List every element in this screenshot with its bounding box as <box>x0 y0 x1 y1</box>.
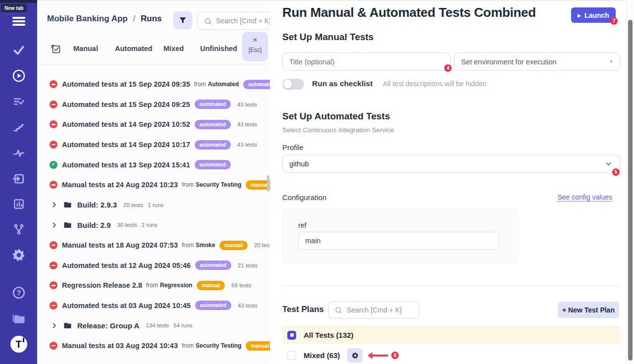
app-logo[interactable]: T <box>0 335 37 354</box>
run-title: Manual tests at 03 Aug 2024 10:43 <box>62 342 178 350</box>
settings-gear-icon[interactable] <box>0 248 37 262</box>
run-list-item[interactable]: Automated tests at 12 Aug 2024 05:46 fro… <box>37 255 270 275</box>
run-status-icon <box>50 181 57 189</box>
run-tests-count: 21 tests <box>238 262 258 268</box>
check-icon[interactable] <box>0 43 37 57</box>
annotation-arrow-left <box>369 355 388 357</box>
profile-select[interactable]: github <box>282 155 620 173</box>
run-list-item[interactable]: Automated tests at 15 Sep 2024 09:35 fro… <box>37 74 270 95</box>
breadcrumb-project[interactable]: Mobile Banking App <box>47 14 128 23</box>
chevron-down-icon <box>604 159 613 168</box>
run-tests-count: 43 tests <box>237 102 257 107</box>
manual-section-heading: Set Up Manual Tests <box>282 32 373 43</box>
folder-runs-count: 54 runs <box>173 322 192 328</box>
run-folder-item[interactable]: Release: Group A from 134 tests 54 runs <box>37 315 270 336</box>
run-title: Release: Group A <box>77 321 139 330</box>
projects-folder-icon[interactable] <box>0 311 37 326</box>
run-list-item[interactable]: Manual tests at 24 Aug 2024 10:23 from S… <box>37 175 270 195</box>
run-type-badge: manual <box>197 281 225 290</box>
folder-icon <box>63 321 72 330</box>
run-tests-count: 43 tests <box>237 121 257 127</box>
run-status-icon <box>50 141 57 149</box>
annotation-badge-5: 5 <box>612 168 620 176</box>
activity-icon[interactable] <box>0 146 37 160</box>
ref-input[interactable] <box>298 232 499 250</box>
filter-button[interactable] <box>173 11 192 29</box>
report-icon[interactable] <box>0 197 37 211</box>
close-esc-button[interactable]: × [Esc] <box>242 32 268 61</box>
run-list-item[interactable]: Automated tests at 14 Sep 2024 10:17 fro… <box>37 135 270 155</box>
test-plan-settings-button[interactable] <box>347 348 363 363</box>
test-plan-row-all-tests[interactable]: All Tests (132) <box>282 326 620 344</box>
run-type-badge: automated <box>195 140 231 150</box>
configuration-box: ref <box>282 208 519 263</box>
run-list-item[interactable]: Automated tests at 13 Sep 2024 15:41 fro… <box>37 155 270 175</box>
run-status-icon <box>50 302 57 310</box>
new-test-plan-button[interactable]: + New Test Plan <box>558 302 619 318</box>
page-scrollbar[interactable] <box>626 0 634 364</box>
page-scrollbar-thumb[interactable] <box>628 20 633 361</box>
checkbox-checked-icon[interactable] <box>287 331 296 340</box>
new-tab-tooltip: New tab <box>1 4 27 12</box>
checklist-toggle-hint: All test descriptions will be hidden <box>383 80 486 88</box>
chevron-right-icon[interactable] <box>51 202 57 208</box>
chevron-right-icon[interactable] <box>51 322 57 329</box>
svg-text:?: ? <box>16 289 21 297</box>
folder-icon <box>63 220 72 230</box>
run-from-label: from <box>182 181 194 188</box>
annotation-badge-4: 4 <box>444 64 452 72</box>
test-plan-row-mixed[interactable]: Mixed (63) 6 <box>282 346 620 364</box>
steps-icon[interactable] <box>0 120 37 135</box>
list-scrollbar-thumb[interactable] <box>267 175 269 192</box>
play-circle-icon[interactable] <box>0 68 37 83</box>
chevron-right-icon[interactable] <box>51 222 57 228</box>
run-list-item[interactable]: Automated tests at 03 Aug 2024 10:45 fro… <box>37 296 270 316</box>
help-icon[interactable]: ? <box>0 285 37 300</box>
run-list-item[interactable]: Manual tests at 18 Aug 2024 07:53 from S… <box>37 235 270 256</box>
run-from-source: Automated <box>208 81 239 88</box>
caret-down-icon: ▼ <box>609 59 613 64</box>
run-status-icon <box>50 281 57 289</box>
tab-mixed[interactable]: Mixed <box>163 45 184 52</box>
run-title-input[interactable] <box>282 52 451 71</box>
run-list-item[interactable]: Automated tests at 15 Sep 2024 09:25 fro… <box>37 95 270 115</box>
import-icon[interactable] <box>0 171 37 186</box>
select-runs-icon[interactable] <box>51 44 61 54</box>
checkbox-empty-icon[interactable] <box>287 351 296 360</box>
branch-icon[interactable] <box>0 222 37 237</box>
run-status-icon <box>50 241 57 249</box>
page-title: Run Manual & Automated Tests Combined <box>282 5 536 20</box>
tab-unfinished[interactable]: Unfinished <box>200 45 237 52</box>
run-title: Automated tests at 15 Sep 2024 09:25 <box>62 101 190 108</box>
launch-button[interactable]: Launch <box>571 7 616 23</box>
ci-service-subheading: Select Continuous Integration Service <box>282 126 394 134</box>
see-config-values-link[interactable]: See config values <box>557 193 612 201</box>
list-header: Mobile Banking App / Runs <box>37 1 270 34</box>
menu-icon[interactable] <box>0 14 37 29</box>
run-status-icon <box>50 261 57 269</box>
run-status-icon <box>50 101 57 108</box>
run-tests-count: 20 tests <box>123 202 143 208</box>
run-status-icon <box>50 342 57 350</box>
run-from-label: from <box>182 342 194 349</box>
run-folder-item[interactable]: Build: 2.9.3 from 20 tests 1 runs <box>37 195 270 215</box>
breadcrumb-page[interactable]: Runs <box>141 14 162 23</box>
environment-select[interactable]: Set environment for execution ▼ <box>454 52 620 71</box>
app-screen: New tab ? <box>0 0 634 364</box>
tab-manual[interactable]: Manual <box>73 45 98 52</box>
run-list-item[interactable]: Regression Release 2.8 from Regression m… <box>37 275 270 296</box>
tab-automated[interactable]: Automated <box>115 45 153 52</box>
profile-label: Profile <box>282 143 304 152</box>
runs-search[interactable] <box>198 12 270 30</box>
run-list-item[interactable]: Manual tests at 03 Aug 2024 10:43 from S… <box>37 336 270 356</box>
checklist-toggle-label: Run as checklist <box>312 79 372 88</box>
run-list-icon[interactable] <box>0 94 37 109</box>
run-list-item[interactable]: Automated tests at 14 Sep 2024 10:52 fro… <box>37 114 270 135</box>
run-from-source: Security Testing <box>196 181 241 188</box>
run-type-badge: automated <box>195 100 231 109</box>
sidebar: New tab ? <box>0 0 37 364</box>
test-plans-search[interactable] <box>328 301 420 318</box>
test-plans-heading: Test Plans <box>282 305 324 314</box>
run-folder-item[interactable]: Build: 2.9 from 30 tests 2 runs <box>37 215 270 235</box>
run-as-checklist-toggle[interactable] <box>282 79 304 90</box>
